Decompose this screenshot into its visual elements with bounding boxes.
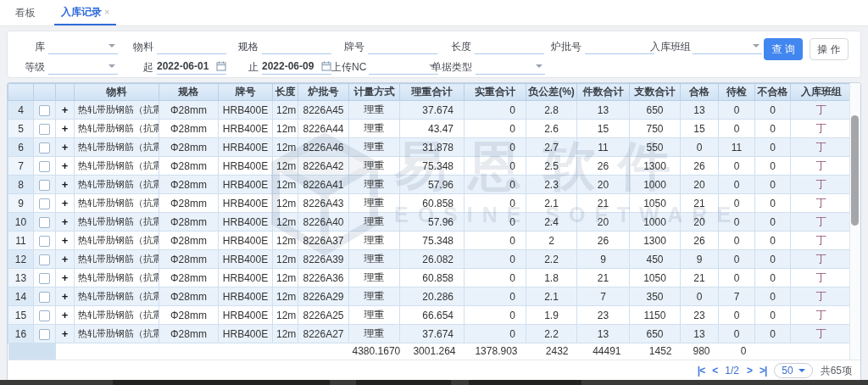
row-checkbox[interactable] <box>39 329 50 340</box>
cell-length: 12m <box>273 269 298 287</box>
cell-material: 热轧带肋钢筋（抗震） <box>75 287 159 306</box>
summary-cell <box>56 343 75 360</box>
expand-row-button[interactable]: + <box>56 176 75 194</box>
cell-pending: 11 <box>719 138 755 157</box>
cell-unqualified: 0 <box>755 287 791 306</box>
expand-row-button[interactable]: + <box>56 120 75 138</box>
expand-row-button[interactable]: + <box>56 101 75 120</box>
cell-actual: 0 <box>465 250 526 269</box>
operate-button[interactable]: 操 作 <box>810 38 849 60</box>
column-header: 待检 <box>719 84 755 101</box>
length-input[interactable] <box>475 38 544 54</box>
expand-row-button[interactable]: + <box>56 194 75 213</box>
cell-pieces: 9 <box>577 250 630 269</box>
expand-row-button[interactable]: + <box>56 157 75 176</box>
cell-team: 丁 <box>791 101 851 120</box>
expand-row-button[interactable]: + <box>56 325 75 343</box>
row-checkbox[interactable] <box>39 180 50 191</box>
cell-theory: 26.082 <box>400 250 465 269</box>
warehouse-select[interactable] <box>48 38 118 54</box>
cell-method: 理重 <box>349 325 400 343</box>
cell-spec: Φ28mm <box>159 194 219 213</box>
expand-row-button[interactable]: + <box>56 287 75 306</box>
prev-page-button[interactable]: < <box>712 365 717 377</box>
upload-nc-label: 上传NC <box>331 60 365 75</box>
row-checkbox[interactable] <box>39 217 50 228</box>
expand-row-button[interactable]: + <box>56 269 75 287</box>
tab-dashboard[interactable]: 看板 <box>8 0 42 25</box>
cell-unqualified: 0 <box>755 157 791 176</box>
row-number: 4 <box>8 101 34 120</box>
first-page-button[interactable]: |< <box>698 365 704 377</box>
upload-nc-select[interactable] <box>369 59 438 75</box>
query-button[interactable]: 查 询 <box>764 38 803 60</box>
cell-team: 丁 <box>791 176 851 194</box>
spec-input[interactable] <box>262 38 331 54</box>
row-checkbox[interactable] <box>39 310 50 321</box>
grade-select[interactable] <box>48 59 118 75</box>
date-to-label: 止 <box>236 60 259 75</box>
cell-bars: 1000 <box>630 176 681 194</box>
tab-inbound-records[interactable]: 入库记录 × <box>54 0 116 25</box>
cell-bars: 550 <box>630 138 681 157</box>
cell-batch: 8226A41 <box>298 176 349 194</box>
cell-bars: 1300 <box>630 157 681 176</box>
table-row: 13+热轧带肋钢筋（抗震）Φ28mmHRB400E12m8226A36理重60.… <box>8 269 851 287</box>
scrollbar-thumb[interactable] <box>851 115 859 226</box>
brand-input[interactable] <box>368 38 437 54</box>
table-row: 12+热轧带肋钢筋（抗震）Φ28mmHRB400E12m8226A39理重26.… <box>8 250 851 269</box>
date-from-input[interactable]: 2022-06-01 <box>157 59 226 75</box>
cell-qualified: 13 <box>681 325 719 343</box>
next-page-button[interactable]: > <box>747 365 752 377</box>
filter-doc-type: 单据类型 <box>431 58 545 75</box>
table-row: 7+热轧带肋钢筋（抗震）Φ28mmHRB400E12m8226A42理重75.3… <box>8 157 851 176</box>
cell-length: 12m <box>273 306 298 325</box>
row-checkbox[interactable] <box>39 161 50 172</box>
cell-theory: 57.96 <box>400 213 465 232</box>
summary-total-actual: 1378.903 <box>465 343 526 360</box>
cell-theory: 66.654 <box>400 306 465 325</box>
material-input[interactable] <box>157 38 226 54</box>
expand-row-button[interactable]: + <box>56 306 75 325</box>
cell-pending: 0 <box>719 232 755 250</box>
expand-row-button[interactable]: + <box>56 213 75 232</box>
cell-brand: HRB400E <box>219 325 273 343</box>
cell-qualified: 20 <box>681 176 719 194</box>
doc-type-select[interactable] <box>476 59 545 75</box>
row-checkbox[interactable] <box>39 292 50 303</box>
expand-row-button[interactable]: + <box>56 138 75 157</box>
cell-team: 丁 <box>791 194 851 213</box>
cell-material: 热轧带肋钢筋（抗震） <box>75 325 159 343</box>
cell-theory: 43.47 <box>400 120 465 138</box>
summary-total-method: 4380.1670 <box>349 343 400 360</box>
cell-length: 12m <box>273 213 298 232</box>
row-checkbox[interactable] <box>39 105 50 116</box>
furnace-batch-input[interactable] <box>585 38 654 54</box>
date-to-input[interactable]: 2022-06-09 <box>262 59 331 75</box>
page-size-select[interactable]: 50 <box>774 363 812 378</box>
expand-row-button[interactable]: + <box>56 250 75 269</box>
column-header: 长度 <box>273 84 298 101</box>
cell-team: 丁 <box>791 250 851 269</box>
cell-batch: 8226A40 <box>298 213 349 232</box>
row-checkbox[interactable] <box>39 254 50 265</box>
checkbox-cell <box>34 176 56 194</box>
row-checkbox[interactable] <box>39 142 50 153</box>
cell-tolerance: 2.3 <box>526 176 577 194</box>
cell-material: 热轧带肋钢筋（抗震） <box>75 157 159 176</box>
cell-tolerance: 1.9 <box>526 306 577 325</box>
row-checkbox[interactable] <box>39 273 50 284</box>
cell-method: 理重 <box>349 213 400 232</box>
expand-row-button[interactable]: + <box>56 232 75 250</box>
cell-actual: 0 <box>465 325 526 343</box>
cell-qualified: 26 <box>681 232 719 250</box>
cell-pending: 0 <box>719 101 755 120</box>
vertical-scrollbar[interactable] <box>849 83 860 360</box>
last-page-button[interactable]: >| <box>760 365 766 377</box>
inbound-team-select[interactable] <box>693 38 762 54</box>
cell-actual: 0 <box>465 232 526 250</box>
close-tab-icon[interactable]: × <box>104 7 109 17</box>
row-checkbox[interactable] <box>39 124 50 135</box>
row-checkbox[interactable] <box>39 198 50 209</box>
row-checkbox[interactable] <box>39 236 50 247</box>
